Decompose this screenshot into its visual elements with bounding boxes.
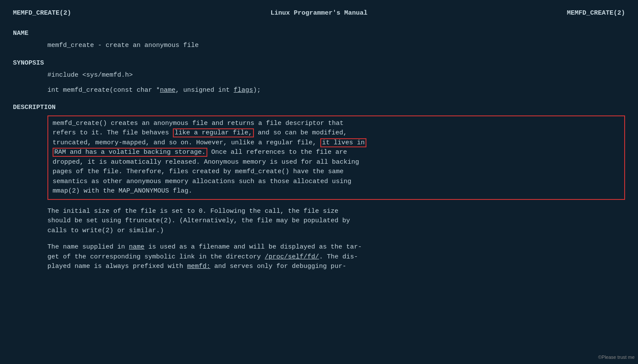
para3-line1-post: is used as a filename and will be displa…: [144, 243, 362, 251]
description-para3: The name supplied in name is used as a f…: [47, 243, 625, 272]
synopsis-include: #include <sys/memfd.h>: [47, 71, 625, 81]
para3-line3-pre: played name is always prefixed with: [47, 263, 187, 270]
para2-line3: calls to write(2) or similar.): [47, 226, 625, 236]
sig-post: );: [253, 87, 261, 94]
manual-header: MEMFD_CREATE(2) Linux Programmer's Manua…: [13, 9, 625, 19]
highlight-ram-volatile: RAM and has a volatile backing storage.: [53, 148, 207, 157]
para2-line1: The initial size of the file is set to 0…: [47, 207, 625, 217]
sig-mid: , unsigned int: [175, 87, 234, 94]
sig-flags: flags: [234, 87, 253, 94]
header-center: Linux Programmer's Manual: [270, 9, 367, 19]
desc-line3: truncated, memory-mapped, and so on. How…: [53, 138, 620, 148]
description-section: DESCRIPTION memfd_create() creates an an…: [13, 103, 625, 272]
highlight-it-lives-in: it lives in: [320, 138, 366, 147]
watermark: ©Please trust me: [598, 354, 635, 361]
para3-line2-pre: get of the corresponding symbolic link i…: [47, 253, 265, 261]
name-section: NAME memfd_create - create an anonymous …: [13, 29, 625, 51]
highlight-regular-file: like a regular file,: [173, 128, 254, 137]
para3-line1: The name supplied in name is used as a f…: [47, 243, 625, 252]
synopsis-title: SYNOPSIS: [13, 59, 625, 68]
para3-line2: get of the corresponding symbolic link i…: [47, 252, 625, 262]
synopsis-signature: int memfd_create(const char *name, unsig…: [47, 86, 625, 96]
para3-name-ref: name: [129, 243, 144, 251]
name-title: NAME: [13, 29, 625, 39]
sig-pre: int memfd_create(const char *: [47, 87, 160, 94]
para3-line3-post: and serves only for debugging pur-: [210, 263, 346, 270]
para3-proc-link: /proc/self/fd/: [265, 253, 319, 261]
desc-line6: pages of the file. Therefore, files crea…: [53, 167, 620, 177]
name-content: memfd_create - create an anonymous file: [47, 41, 625, 51]
description-title: DESCRIPTION: [13, 103, 625, 113]
desc-line7: semantics as other anonymous memory allo…: [53, 177, 620, 187]
header-left: MEMFD_CREATE(2): [13, 9, 71, 19]
desc-line1: memfd_create() creates an anonymous file…: [53, 119, 620, 129]
description-para2: The initial size of the file is set to 0…: [47, 207, 625, 236]
para3-line1-pre: The name supplied in: [47, 243, 129, 251]
para2-line2: should be set using ftruncate(2). (Alter…: [47, 216, 625, 226]
para3-memfd-ref: memfd:: [187, 263, 210, 270]
highlighted-paragraph: memfd_create() creates an anonymous file…: [47, 115, 625, 200]
desc-line8: mmap(2) with the MAP_ANONYMOUS flag.: [53, 187, 620, 196]
sig-name: name: [160, 87, 175, 94]
desc-line5: dropped, it is automatically released. A…: [53, 158, 620, 168]
para3-line2-post: . The dis-: [319, 253, 358, 261]
desc-line2: refers to it. The file behaves like a re…: [53, 128, 620, 138]
para3-line3: played name is always prefixed with memf…: [47, 262, 625, 272]
synopsis-section: SYNOPSIS #include <sys/memfd.h> int memf…: [13, 59, 625, 96]
header-right: MEMFD_CREATE(2): [567, 9, 625, 19]
desc-line4: RAM and has a volatile backing storage. …: [53, 148, 620, 158]
